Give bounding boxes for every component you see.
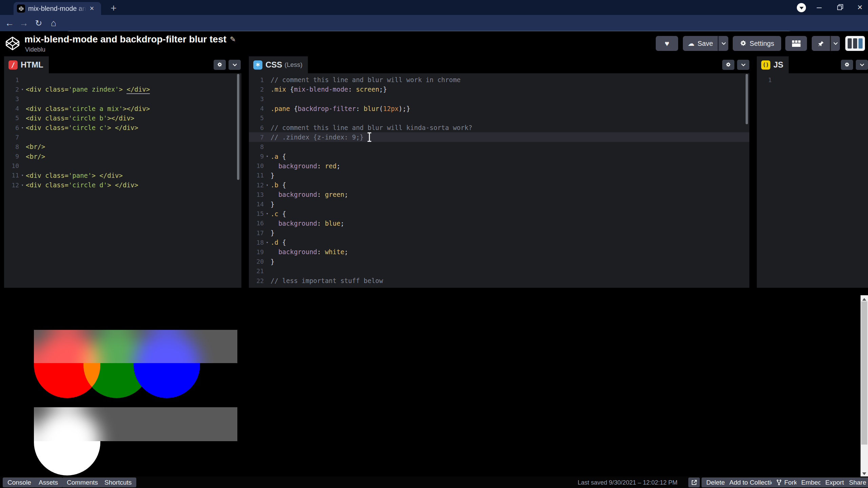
code-line[interactable]: 1// comment this line and blur will work… (249, 75, 749, 85)
code-line[interactable]: 14} (249, 199, 749, 209)
pen-author[interactable]: Videblu (25, 46, 45, 53)
share-button[interactable]: Share (844, 477, 868, 487)
tab-search-button[interactable] (797, 3, 806, 12)
codepen-logo-icon[interactable] (5, 36, 20, 53)
fold-arrow-icon[interactable]: ▾ (19, 183, 26, 187)
window-restore-button[interactable] (832, 0, 848, 14)
back-button[interactable]: ← (3, 15, 16, 31)
code-line[interactable]: 5 (249, 113, 749, 123)
tab-close-icon[interactable]: × (88, 4, 96, 13)
line-number: 5 (249, 114, 264, 121)
pin-button[interactable] (812, 36, 830, 51)
code-line[interactable]: 7 (4, 132, 241, 142)
code-line[interactable]: 9<br/> (4, 152, 241, 161)
layout-switcher-button[interactable] (845, 36, 865, 51)
scroll-down-arrow-icon[interactable] (862, 472, 866, 475)
comments-button[interactable]: Comments (62, 477, 103, 487)
fold-arrow-icon[interactable]: ▾ (264, 183, 271, 187)
save-button[interactable]: ☁ Save (683, 36, 718, 51)
code-line[interactable]: 8<br/> (4, 142, 241, 151)
code-line[interactable]: 2▾<div class='pane zindex'> </div> (4, 85, 241, 94)
html-pane-gear-button[interactable] (214, 60, 226, 70)
scroll-up-arrow-icon[interactable] (862, 298, 866, 301)
code-line[interactable]: 18▾.d { (249, 238, 749, 247)
browser-tab[interactable]: mix-blend-mode and backdrop-f × (14, 2, 101, 15)
code-line[interactable]: 6// comment this line and blur will kind… (249, 123, 749, 132)
shortcuts-button[interactable]: Shortcuts (100, 477, 136, 487)
fold-arrow-icon[interactable]: ▾ (264, 240, 271, 245)
preview-scrollbar[interactable] (861, 295, 868, 478)
fold-arrow-icon[interactable]: ▾ (264, 211, 271, 216)
js-editor-column: () JS 1 (757, 56, 868, 288)
code-line[interactable]: 22// less important stuff below (249, 276, 749, 285)
restore-icon (837, 4, 843, 10)
console-button[interactable]: Console (3, 477, 36, 487)
grid-view-button[interactable] (785, 36, 807, 51)
js-code-editor[interactable]: 1 (757, 73, 868, 288)
code-line[interactable]: 3 (249, 94, 749, 104)
fold-arrow-icon[interactable]: ▾ (19, 126, 26, 130)
js-pane-tab[interactable]: () JS (757, 56, 789, 73)
line-number: 18 (249, 239, 264, 246)
code-line[interactable]: 2.mix {mix-blend-mode: screen;} (249, 85, 749, 94)
code-line[interactable]: 19 background: white; (249, 247, 749, 257)
edit-title-pencil-icon[interactable]: ✎ (230, 35, 236, 43)
html-code-editor[interactable]: 12▾<div class='pane zindex'> </div>34<di… (4, 73, 241, 288)
settings-button[interactable]: Settings (733, 36, 781, 51)
js-pane-collapse-button[interactable] (856, 60, 868, 70)
window-close-button[interactable]: × (852, 0, 868, 14)
css-code-editor[interactable]: 1// comment this line and blur will work… (249, 73, 749, 288)
code-line[interactable]: 11} (249, 171, 749, 180)
code-line[interactable]: 9▾.a { (249, 152, 749, 161)
preview-scrollbar-thumb[interactable] (861, 301, 867, 445)
fold-arrow-icon[interactable]: ▾ (264, 154, 271, 158)
html-editor-scrollbar-thumb[interactable] (237, 74, 239, 180)
code-line[interactable]: 11▾<div class='pane'> </div> (4, 171, 241, 180)
code-line[interactable]: 17} (249, 228, 749, 238)
home-button[interactable]: ⌂ (47, 15, 60, 31)
line-number: 10 (249, 162, 264, 169)
reload-button[interactable]: ↻ (32, 15, 45, 31)
code-line[interactable]: 8 (249, 142, 749, 151)
code-line[interactable]: 4<div class='circle a mix'></div> (4, 104, 241, 113)
new-tab-button[interactable]: + (108, 3, 119, 14)
blur-pane (34, 407, 237, 441)
line-number: 20 (249, 258, 264, 265)
code-line[interactable]: 15▾.c { (249, 209, 749, 219)
save-dropdown-button[interactable] (718, 36, 728, 51)
code-line[interactable]: 12▾<div class='circle d'> </div> (4, 180, 241, 190)
code-line[interactable]: 10 (4, 161, 241, 171)
code-line[interactable]: 4.pane {backdrop-filter: blur(12px);} (249, 104, 749, 113)
tab-strip: mix-blend-mode and backdrop-f × + – × (0, 0, 868, 15)
code-line[interactable]: 16 background: blue; (249, 219, 749, 228)
html-pane-tab[interactable]: / HTML (4, 56, 49, 73)
code-line[interactable]: 6▾<div class='circle c'> </div> (4, 123, 241, 132)
code-text: background: blue; (271, 220, 344, 227)
css-pane-gear-button[interactable] (722, 60, 734, 70)
css-pane-tab[interactable]: * CSS (Less) (249, 56, 308, 73)
code-line[interactable]: 20} (249, 257, 749, 266)
fold-arrow-icon[interactable]: ▾ (19, 87, 26, 92)
open-live-view-button[interactable] (688, 477, 700, 487)
code-line[interactable]: 12▾.b { (249, 180, 749, 190)
css-pane-collapse-button[interactable] (737, 60, 749, 70)
code-line[interactable]: 1 (4, 75, 241, 85)
code-line[interactable]: 13 background: green; (249, 190, 749, 199)
codepen-header: mix-blend-mode and backdrop-filter blur … (0, 31, 868, 56)
css-preprocessor-label: (Less) (284, 61, 302, 69)
assets-button[interactable]: Assets (34, 477, 63, 487)
code-line[interactable]: 10 background: red; (249, 161, 749, 171)
window-minimize-button[interactable]: – (811, 0, 827, 14)
forward-button[interactable]: → (17, 15, 31, 31)
code-line[interactable]: 3 (4, 94, 241, 104)
like-button[interactable]: ♥ (656, 36, 678, 51)
pin-dropdown-button[interactable] (830, 36, 840, 51)
js-pane-gear-button[interactable] (841, 60, 853, 70)
css-editor-scrollbar-thumb[interactable] (746, 74, 748, 124)
fold-arrow-icon[interactable]: ▾ (19, 173, 26, 177)
code-line[interactable]: 5<div class='circle b'></div> (4, 113, 241, 123)
code-line[interactable]: 1 (757, 75, 868, 85)
code-line[interactable]: 21 (249, 266, 749, 276)
html-pane-collapse-button[interactable] (229, 60, 241, 70)
code-line[interactable]: 7// .zindex {z-index: 9;} (249, 132, 749, 142)
